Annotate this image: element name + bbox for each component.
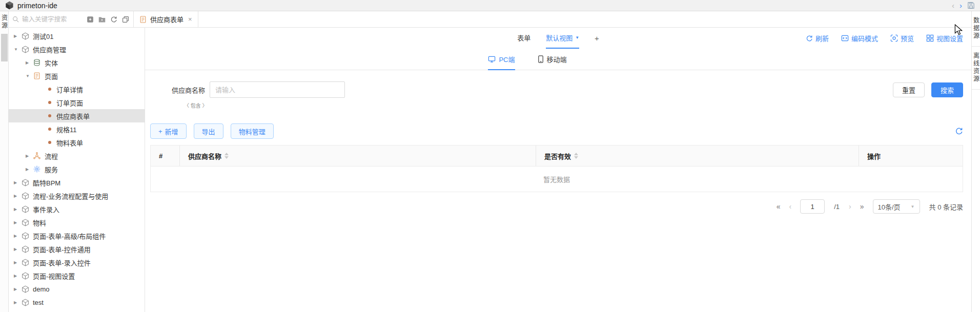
history-forward-icon[interactable]: › (959, 2, 962, 9)
database-icon (33, 59, 44, 66)
cube-icon (22, 299, 32, 306)
tree-toolbar-icons (86, 11, 133, 27)
tree-item[interactable]: ▶服务 (9, 162, 145, 176)
resource-search[interactable] (9, 11, 86, 27)
add-button[interactable]: +新增 (150, 123, 187, 139)
form-page-icon (139, 16, 147, 23)
tree-collapse-icon[interactable]: ▶ (14, 34, 22, 38)
tree-item[interactable]: ▶页面-表单-录入控件 (9, 256, 145, 269)
tree-collapse-icon[interactable]: ▶ (14, 287, 22, 292)
prev-page-icon[interactable]: ‹ (789, 202, 791, 211)
tree-item[interactable]: ▶页面-表单-高级/布局组件 (9, 229, 145, 242)
tree-collapse-icon[interactable]: ▶ (14, 247, 22, 252)
tree-item[interactable]: ▶酷特BPM (9, 176, 145, 189)
tree-collapse-icon[interactable]: ▶ (26, 154, 33, 158)
tree-item[interactable]: ▶页面-表单-控件通用 (9, 242, 145, 256)
tree-expand-icon[interactable]: ▼ (14, 47, 22, 52)
reload-tree-icon[interactable] (110, 16, 117, 23)
cube-icon (22, 192, 32, 200)
tree-item[interactable]: ▶页面-视图设置 (9, 269, 145, 282)
supplier-name-input[interactable] (210, 81, 345, 98)
table-empty-row: 暂无数据 (150, 167, 963, 192)
tree-item[interactable]: 订单详情 (9, 82, 145, 96)
tree-collapse-icon[interactable]: ▶ (14, 194, 22, 198)
tree-item[interactable]: 供应商表单 (9, 109, 145, 122)
refresh-button[interactable]: 刷新 (806, 33, 829, 43)
tree-collapse-icon[interactable]: ▶ (14, 260, 22, 265)
tab-close-icon[interactable]: × (188, 15, 192, 23)
view-tab-bar: 表单 默认视图 ▼ + 刷新 (145, 28, 971, 49)
tree-item[interactable]: ▶测试01 (9, 29, 145, 43)
resources-strip-tab[interactable]: 资源 (0, 14, 9, 30)
last-page-icon[interactable]: » (860, 202, 864, 211)
tree-collapse-icon[interactable]: ▶ (14, 300, 22, 305)
tree-collapse-icon[interactable]: ▶ (14, 234, 22, 238)
cube-icon (22, 219, 32, 226)
tab-default-view[interactable]: 默认视图 ▼ (546, 28, 579, 49)
tree-item[interactable]: ▶demo (9, 282, 145, 296)
history-back-icon[interactable]: ‹ (952, 2, 954, 9)
next-page-icon[interactable]: › (849, 202, 851, 211)
column-header[interactable]: 是否有效 (536, 145, 859, 166)
tab-mobile[interactable]: 移动端 (538, 49, 567, 70)
material-manage-button[interactable]: 物料管理 (231, 123, 274, 139)
tree-item-label: 页面-表单-高级/布局组件 (33, 231, 106, 241)
export-button[interactable]: 导出 (194, 123, 223, 139)
save-icon[interactable] (967, 2, 975, 9)
new-folder-icon[interactable] (98, 16, 106, 23)
tree-collapse-icon[interactable]: ▶ (14, 207, 22, 212)
tree-collapse-icon[interactable]: ▶ (14, 220, 22, 225)
tree-collapse-icon[interactable]: ▶ (14, 274, 22, 278)
tree-item[interactable]: 规格11 (9, 122, 145, 136)
first-page-icon[interactable]: « (777, 202, 780, 211)
tree-expand-icon[interactable]: ▼ (26, 74, 33, 78)
tree-item[interactable]: ▶事件录入 (9, 202, 145, 216)
editor-tab-active[interactable]: 供应商表单 × (134, 11, 198, 27)
sort-icon[interactable] (574, 153, 578, 159)
page-icon (33, 72, 44, 79)
tree-item[interactable]: ▶流程-业务流程配置与使用 (9, 189, 145, 202)
datasource-strip-tab[interactable]: 数据源 (972, 17, 980, 40)
tree-item-label: 供应商表单 (56, 111, 90, 121)
offline-resource-strip-tab[interactable]: 离线资源 (972, 52, 980, 83)
dot-icon (48, 101, 55, 104)
tree-item[interactable]: ▶流程 (9, 149, 145, 162)
page-number-input[interactable] (800, 199, 825, 214)
column-header[interactable]: 供应商名称 (180, 145, 536, 166)
total-records: 共 0 条记录 (929, 202, 963, 212)
tree-collapse-icon[interactable]: ▶ (14, 180, 22, 185)
search-button[interactable]: 搜索 (931, 82, 963, 97)
add-view-button[interactable]: + (595, 28, 599, 49)
tab-pc[interactable]: PC端 (488, 49, 515, 70)
filter-label: 供应商名称 (172, 85, 205, 95)
tree-item[interactable]: ▶test (9, 296, 145, 309)
tree-collapse-icon[interactable]: ▶ (26, 60, 33, 65)
tree-item[interactable]: ▼页面 (9, 69, 145, 82)
import-icon[interactable] (87, 16, 94, 23)
tab-form[interactable]: 表单 (517, 28, 530, 49)
cube-icon (22, 259, 32, 266)
cube-icon (22, 272, 32, 280)
tree-item[interactable]: ▶物料 (9, 216, 145, 229)
sort-icon[interactable] (224, 153, 229, 159)
code-mode-button[interactable]: 编码模式 (841, 33, 878, 43)
editor-tab-label: 供应商表单 (150, 14, 183, 24)
tree-item[interactable]: 订单页面 (9, 96, 145, 109)
view-settings-button[interactable]: 视图设置 (926, 33, 963, 43)
column-header-label: 供应商名称 (188, 151, 221, 161)
preview-button[interactable]: 预览 (890, 33, 914, 43)
operator-hint[interactable]: 〈 包含 〉 (184, 101, 963, 109)
right-panel-strip: 数据源 离线资源 (971, 11, 980, 312)
tree-item-label: 页面-视图设置 (33, 271, 75, 281)
reset-button[interactable]: 重置 (893, 82, 925, 97)
search-input[interactable] (22, 16, 78, 23)
table-refresh-icon[interactable] (955, 127, 963, 135)
tree-item-label: 流程-业务流程配置与使用 (33, 191, 108, 201)
tree-item[interactable]: 物料表单 (9, 136, 145, 149)
tree-item[interactable]: ▶实体 (9, 56, 145, 69)
strip-scroll-thumb[interactable] (1, 34, 8, 61)
tree-item[interactable]: ▼供应商管理 (9, 43, 145, 56)
page-size-select[interactable]: 10条/页 ▼ (873, 199, 920, 214)
tree-collapse-icon[interactable]: ▶ (26, 167, 33, 172)
collapse-tabs-icon[interactable] (122, 16, 129, 23)
